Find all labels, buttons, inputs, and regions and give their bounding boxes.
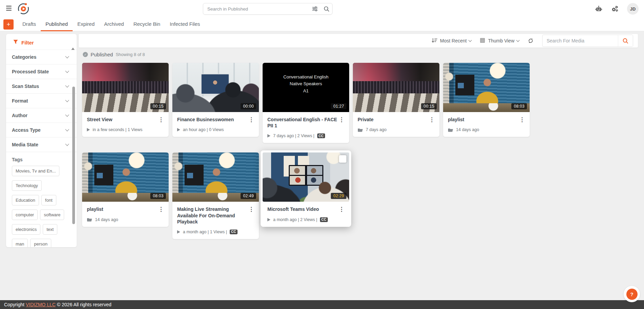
media-card[interactable]: 02:49 Making Live Streaming Available Fo…: [172, 152, 259, 239]
duration-badge: 02:29: [331, 193, 346, 199]
media-thumbnail[interactable]: 08:03: [443, 63, 530, 112]
media-thumbnail[interactable]: 00:15: [82, 63, 169, 112]
kebab-menu-icon[interactable]: ⋮: [247, 206, 255, 213]
media-title[interactable]: Making Live Streaming Available For On-D…: [177, 206, 254, 225]
copyright-prefix: Copyright: [4, 302, 24, 307]
media-thumbnail[interactable]: Conversational English Native Speakers A…: [263, 63, 349, 112]
tab-label: Published: [45, 21, 68, 27]
kebab-menu-icon[interactable]: ⋮: [428, 116, 436, 123]
tag-chip[interactable]: font: [41, 195, 56, 205]
tag-chip[interactable]: text: [43, 224, 57, 235]
duration-badge: 01:27: [331, 103, 346, 109]
sidebar-scrollbar-thumb[interactable]: [72, 87, 75, 224]
media-title[interactable]: Finance Businesswomen: [177, 116, 254, 123]
card-meta: an hour ago | 0 Views CC: [172, 124, 259, 137]
duration-badge: 00:00: [241, 103, 256, 109]
media-card[interactable]: 00:15 Street View ⋮ in a few seconds | 1…: [82, 63, 169, 137]
settings-gears-icon[interactable]: [611, 5, 619, 13]
filter-section-header[interactable]: Processed State: [6, 65, 77, 79]
media-thumbnail[interactable]: 00:15: [353, 63, 439, 112]
filter-section-header[interactable]: Categories: [6, 50, 77, 65]
media-meta-text: a month ago | 1 Views |: [183, 230, 227, 234]
tab[interactable]: Recycle Bin: [129, 18, 165, 31]
sort-label: Most Recent: [440, 38, 467, 43]
search-filters-icon[interactable]: [309, 3, 321, 14]
vidizmo-logo[interactable]: [17, 2, 30, 17]
help-button[interactable]: ?: [626, 289, 638, 300]
tab[interactable]: Infected Files: [165, 18, 205, 31]
media-thumbnail[interactable]: 08:03: [82, 152, 169, 202]
global-search-input[interactable]: [203, 6, 309, 12]
media-card[interactable]: 08:03 playlist ⋮ 14 days ago CC: [82, 152, 169, 226]
tag-chip[interactable]: man: [12, 239, 28, 247]
media-title[interactable]: playlist: [448, 116, 525, 123]
filter-sections: Categories Processed State Scan Status F…: [6, 50, 77, 152]
funnel-icon: [13, 39, 18, 46]
kebab-menu-icon[interactable]: ⋮: [337, 116, 346, 123]
filter-section-header[interactable]: Media State: [6, 138, 77, 152]
media-title[interactable]: Street View: [87, 116, 164, 123]
closed-captions-badge: CC: [230, 230, 238, 234]
kebab-menu-icon[interactable]: ⋮: [157, 206, 165, 213]
kebab-menu-icon[interactable]: ⋮: [157, 116, 165, 123]
media-thumbnail[interactable]: 02:49: [172, 152, 259, 202]
media-thumbnail[interactable]: 00:00: [172, 63, 259, 112]
media-title[interactable]: Conversational English - FACE PII 1: [267, 116, 344, 129]
tags-list: Movies, Tv and En...TechnologyEducationf…: [6, 165, 77, 247]
duration-badge: 08:03: [150, 193, 166, 199]
ai-assistant-robot-icon[interactable]: [595, 5, 603, 13]
tag-chip[interactable]: computer: [12, 210, 38, 220]
filter-section-header[interactable]: Scan Status: [6, 79, 77, 94]
tab-label: Recycle Bin: [133, 21, 160, 27]
chevron-down-icon: [65, 142, 69, 146]
hamburger-menu-icon[interactable]: [6, 6, 12, 11]
add-media-button[interactable]: +: [3, 19, 14, 30]
media-card[interactable]: 08:03 playlist ⋮ 14 days ago CC: [443, 63, 530, 137]
tab[interactable]: Archived: [99, 18, 129, 31]
media-card[interactable]: 00:00 Finance Businesswomen ⋮ an hour ag…: [172, 63, 259, 137]
play-icon: [177, 230, 180, 234]
media-search-button[interactable]: [618, 35, 633, 47]
view-dropdown[interactable]: Thumb View: [479, 37, 519, 44]
play-icon: [267, 134, 270, 138]
tag-chip[interactable]: Technology: [12, 180, 42, 191]
media-title[interactable]: Microsoft Teams Video: [267, 206, 344, 212]
media-title[interactable]: Private: [358, 116, 435, 123]
tag-chip[interactable]: software: [40, 210, 64, 220]
filter-section-label: Author: [12, 113, 27, 118]
media-search-input[interactable]: [543, 38, 618, 43]
media-thumbnail[interactable]: 02:29: [263, 152, 349, 202]
tab[interactable]: Expired: [73, 18, 99, 31]
kebab-menu-icon[interactable]: ⋮: [247, 116, 255, 123]
tag-chip[interactable]: Movies, Tv and En...: [12, 166, 59, 176]
sort-dropdown[interactable]: Most Recent: [431, 37, 472, 44]
folder-icon: [448, 128, 453, 132]
media-meta-text: 7 days ago | 2 Views |: [273, 133, 315, 138]
filter-section-header[interactable]: Author: [6, 108, 77, 123]
media-card[interactable]: Conversational English Native Speakers A…: [263, 63, 349, 143]
global-search-box: [203, 3, 333, 15]
tab[interactable]: Published: [41, 18, 73, 31]
kebab-menu-icon[interactable]: ⋮: [518, 116, 526, 123]
avatar[interactable]: JD: [627, 3, 639, 15]
media-meta-text: in a few seconds | 1 Views: [93, 127, 143, 132]
sidebar-scroll-up-arrow[interactable]: [71, 48, 75, 50]
tab[interactable]: Drafts: [18, 18, 41, 31]
filter-section-label: Media State: [12, 142, 38, 147]
tag-chip[interactable]: electronics: [12, 224, 40, 235]
refresh-icon[interactable]: [527, 37, 534, 44]
media-card[interactable]: 00:15 Private ⋮ 7 days ago CC: [353, 63, 439, 137]
media-card[interactable]: 02:29 Microsoft Teams Video ⋮ a month ag…: [261, 150, 351, 226]
filter-section-header[interactable]: Access Type: [6, 123, 77, 138]
filter-section-header[interactable]: Format: [6, 94, 77, 108]
sort-descending-icon: [431, 37, 438, 44]
tab-label: Expired: [77, 21, 95, 27]
chevron-down-icon: [65, 69, 69, 73]
vidizmo-llc-link[interactable]: VIDIZMO LLC: [26, 302, 56, 307]
search-icon[interactable]: [321, 3, 332, 14]
media-title[interactable]: playlist: [87, 206, 164, 212]
select-checkbox[interactable]: [339, 155, 346, 163]
tag-chip[interactable]: Education: [12, 195, 39, 205]
tag-chip[interactable]: person: [30, 239, 51, 247]
kebab-menu-icon[interactable]: ⋮: [337, 206, 346, 213]
